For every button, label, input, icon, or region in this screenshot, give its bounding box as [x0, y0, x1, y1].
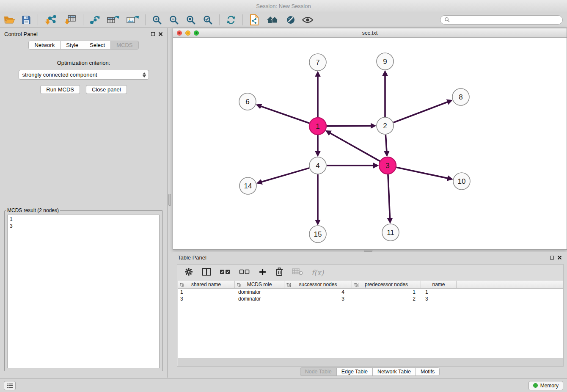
tab-network[interactable]: Network: [28, 41, 61, 50]
graph-node-label-15: 15: [314, 230, 322, 238]
cell-name[interactable]: 3: [421, 295, 457, 302]
table-row[interactable]: 1 dominator 4 1 1: [178, 289, 563, 295]
function-builder-button[interactable]: f(x): [311, 268, 324, 277]
style-badge-button[interactable]: [282, 13, 299, 27]
document-share-button[interactable]: [246, 13, 263, 27]
table-horizontal-scrollbar[interactable]: [178, 359, 563, 366]
cell-mcds-role[interactable]: dominator: [235, 295, 284, 302]
eye-icon: [302, 16, 314, 24]
float-panel-icon[interactable]: [151, 32, 155, 36]
zoom-out-button[interactable]: [165, 13, 182, 27]
column-header-mcds-role[interactable]: MCDS role: [235, 281, 284, 289]
zoom-window-icon[interactable]: [194, 30, 199, 36]
cell-successor-nodes[interactable]: 3: [284, 295, 352, 302]
graph-edge-4-14[interactable]: [259, 168, 309, 183]
network-window-titlebar[interactable]: scc.txt: [173, 28, 567, 38]
delete-table-button[interactable]: [292, 268, 303, 277]
export-image-button[interactable]: [123, 13, 142, 27]
run-mcds-button[interactable]: Run MCDS: [40, 85, 80, 94]
home-icon: [266, 15, 279, 25]
import-network-button[interactable]: [41, 13, 61, 27]
memory-label: Memory: [540, 383, 559, 389]
table-row[interactable]: 3 dominator 3 2 3: [178, 295, 563, 302]
deselect-all-button[interactable]: [239, 268, 250, 277]
mcds-result-list[interactable]: 1 3: [7, 215, 160, 368]
mcds-result-item[interactable]: 3: [10, 223, 157, 229]
column-header-shared-name[interactable]: shared name: [178, 281, 235, 289]
float-table-panel-icon[interactable]: [550, 256, 554, 259]
apply-layout-button[interactable]: [223, 13, 239, 27]
network-canvas[interactable]: 7968124314101511: [173, 38, 567, 249]
cell-mcds-role[interactable]: dominator: [235, 289, 284, 295]
tab-style[interactable]: Style: [60, 41, 84, 50]
import-table-button[interactable]: [61, 13, 80, 27]
tab-mcds[interactable]: MCDS: [110, 41, 138, 50]
table-toolbar: f(x): [177, 265, 563, 281]
graph-edge-3-1[interactable]: [328, 132, 380, 161]
import-network-icon: [44, 14, 57, 25]
export-table-button[interactable]: [103, 13, 123, 27]
open-file-button[interactable]: [1, 13, 18, 27]
zoom-fit-button[interactable]: [182, 13, 199, 27]
column-header-name[interactable]: name: [421, 281, 457, 289]
cell-predecessor-nodes[interactable]: 1: [352, 289, 421, 295]
task-history-button[interactable]: [4, 381, 16, 390]
column-hierarchy-icon: [354, 283, 358, 287]
graph-node-label-2: 2: [383, 122, 387, 130]
global-search-field[interactable]: [440, 15, 563, 25]
minimize-window-icon[interactable]: [185, 30, 190, 36]
cell-successor-nodes[interactable]: 4: [284, 289, 352, 295]
graph-edge-2-8[interactable]: [394, 101, 451, 122]
zoom-selected-button[interactable]: [199, 13, 216, 27]
table-settings-button[interactable]: [184, 267, 193, 278]
gear-icon: [184, 267, 193, 276]
select-all-button[interactable]: [220, 268, 231, 277]
add-column-button[interactable]: [259, 268, 267, 278]
tab-node-table[interactable]: Node Table: [300, 367, 337, 376]
mcds-result-item[interactable]: 1: [10, 216, 157, 223]
graph-edge-3-11[interactable]: [388, 174, 390, 221]
network-window-title: scc.txt: [173, 30, 567, 36]
zoom-fit-icon: [186, 15, 196, 25]
document-share-icon: [250, 14, 259, 25]
zoom-in-button[interactable]: [149, 13, 165, 27]
export-network-button[interactable]: [86, 13, 103, 27]
graph-edge-1-6[interactable]: [258, 105, 310, 123]
save-session-button[interactable]: [18, 13, 35, 27]
cell-name[interactable]: 1: [421, 289, 457, 295]
home-button[interactable]: [263, 13, 282, 27]
cell-predecessor-nodes[interactable]: 2: [352, 295, 421, 302]
graph-edge-3-10[interactable]: [396, 167, 451, 179]
table-header-row: shared name MCDS role successor nodes pr…: [178, 281, 563, 289]
show-hide-button[interactable]: [299, 13, 316, 27]
show-columns-button[interactable]: [202, 268, 211, 278]
graph-edge-1-2[interactable]: [327, 126, 374, 126]
tab-select[interactable]: Select: [84, 41, 111, 50]
graph-edge-2-3[interactable]: [385, 135, 387, 155]
toolbar-separator: [38, 14, 38, 25]
export-table-icon: [107, 15, 119, 25]
criterion-dropdown[interactable]: strongly connected component: [19, 70, 149, 80]
close-window-icon[interactable]: [177, 30, 182, 36]
column-header-successor-nodes[interactable]: successor nodes: [284, 281, 352, 289]
tab-edge-table[interactable]: Edge Table: [336, 367, 373, 376]
network-graph-svg[interactable]: 7968124314101511: [173, 38, 567, 249]
vertical-splitter-handle[interactable]: [168, 194, 171, 206]
zoom-selected-icon: [203, 15, 213, 25]
memory-button[interactable]: Memory: [528, 381, 563, 390]
list-icon: [6, 383, 13, 388]
close-table-panel-icon[interactable]: [557, 255, 562, 260]
mcds-result-group: MCDS result (2 nodes) 1 3: [4, 207, 163, 371]
cell-shared-name[interactable]: 3: [178, 295, 235, 302]
application-window: { "window": { "title": "Session: New Ses…: [0, 0, 567, 392]
close-panel-button[interactable]: Close panel: [86, 85, 127, 94]
cell-shared-name[interactable]: 1: [178, 289, 235, 295]
tab-motifs[interactable]: Motifs: [416, 367, 440, 376]
close-panel-icon[interactable]: [158, 32, 163, 36]
column-header-predecessor-nodes[interactable]: predecessor nodes: [352, 281, 421, 289]
graph-node-label-4: 4: [316, 162, 319, 170]
tab-network-table[interactable]: Network Table: [372, 367, 416, 376]
control-panel-header: Control Panel: [0, 28, 167, 40]
search-input[interactable]: [452, 17, 559, 23]
delete-column-button[interactable]: [275, 267, 284, 278]
